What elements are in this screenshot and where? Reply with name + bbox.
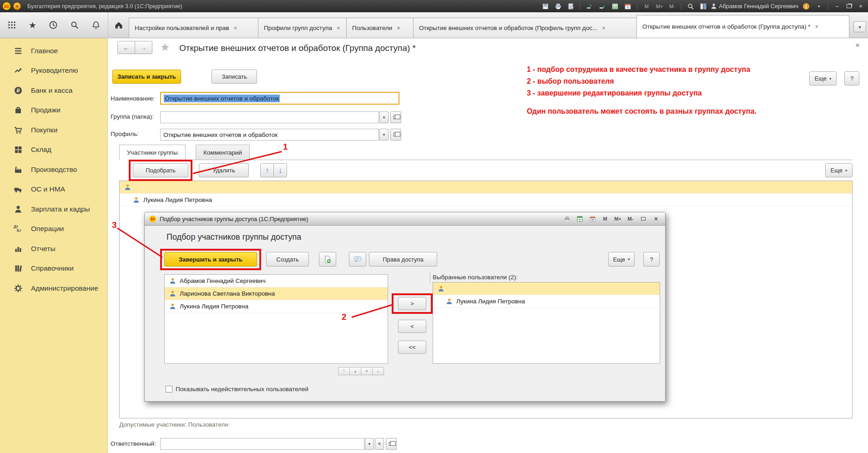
menu-grid-icon[interactable] [7,20,16,30]
remove-all-users-button[interactable]: << [398,341,426,354]
selected-user-row[interactable]: Лукина Лидия Петровна [433,295,660,308]
tab-comment[interactable]: Комментарий [196,145,250,160]
info-dropdown-icon[interactable]: ▾ [814,2,824,10]
close-tab-icon[interactable]: × [815,23,818,30]
print-icon[interactable] [553,2,563,10]
profile-open-button[interactable] [390,129,401,141]
calendar-icon[interactable]: 31 [588,215,597,223]
close-tab-icon[interactable]: × [337,25,340,31]
selected-users-list[interactable]: Лукина Лидия Петровна [433,282,660,364]
tab-user-settings[interactable]: Настройки пользователей и прав × [129,18,258,38]
tab-profile-form[interactable]: Открытие внешних отчетов и обработок (Пр… [413,18,637,38]
sidebar-item-operations[interactable]: ДтКт Операции [0,219,107,239]
move-bottom-button[interactable]: ⤓ [372,367,384,375]
move-down-button[interactable]: ↓ [273,163,287,177]
zoom-icon[interactable] [686,2,696,10]
sidebar-item-reports[interactable]: Отчеты [0,239,107,259]
help-button-dialog[interactable]: ? [643,252,660,267]
sidebar-item-fixed-assets[interactable]: ОС и НМА [0,180,107,200]
print-preview-icon[interactable] [566,2,576,10]
responsible-dropdown-button[interactable]: ▾ [365,438,374,450]
move-top-button[interactable]: ⤒ [338,367,350,375]
save-button[interactable]: Записать [212,70,257,84]
forward-button[interactable]: → [135,41,152,54]
memory-m-minus-icon[interactable]: M- [626,215,635,223]
create-group-button[interactable] [319,252,336,267]
link-get-icon[interactable] [585,2,595,10]
close-form-icon[interactable]: × [855,41,860,50]
notifications-bell-icon[interactable] [91,20,101,30]
more-button-dialog[interactable]: Еще▾ [608,252,635,267]
sidebar-item-administration[interactable]: Администрирование [0,278,107,298]
split-view-icon[interactable] [698,2,708,10]
sidebar-item-purchases[interactable]: Покупки [0,120,107,140]
all-users-list[interactable]: Абрамов Геннадий Сергеевич Ларионова Све… [164,274,388,364]
member-row[interactable]: Лукина Лидия Петровна [120,194,852,206]
tab-access-profiles[interactable]: Профили групп доступа × [258,18,347,38]
help-button-top[interactable]: ? [844,71,859,86]
user-row[interactable]: Лукина Лидия Петровна [165,300,388,313]
calculator-icon[interactable] [610,2,620,10]
table-icon[interactable] [575,215,584,223]
close-window-button[interactable]: × [856,3,865,10]
sidebar-item-warehouse[interactable]: Склад [0,140,107,160]
calendar-icon[interactable]: 31 [623,2,633,10]
tab-list-dropdown-button[interactable]: ▾ [853,21,866,32]
sidebar-item-bank-cash[interactable]: ₽ Банк и касса [0,81,107,101]
create-button[interactable]: Создать [266,252,309,267]
back-button[interactable]: ← [117,41,135,54]
print-icon[interactable] [562,215,571,223]
restore-button[interactable] [844,4,853,8]
tab-access-group-form[interactable]: Открытие внешних отчетов и обработок (Гр… [636,15,849,38]
memory-m-minus-icon[interactable]: M- [667,2,677,10]
profile-input[interactable]: Открытие внешних отчетов и обработок [160,129,379,141]
sidebar-item-production[interactable]: Производство [0,160,107,180]
minimize-button[interactable]: – [833,3,842,10]
memory-m-plus-icon[interactable]: M+ [654,2,664,10]
sidebar-item-directories[interactable]: Справочники [0,259,107,279]
move-up-button[interactable]: ▲ [349,367,361,375]
close-tab-icon[interactable]: × [602,25,606,31]
current-user[interactable]: Абрамов Геннадий Сергеевич [711,3,798,10]
info-icon[interactable]: i [801,2,811,10]
close-dialog-button[interactable]: × [651,215,661,223]
sidebar-item-sales[interactable]: Продажи [0,101,107,121]
history-icon[interactable] [49,20,58,30]
memory-m-icon[interactable]: M [641,2,651,10]
sidebar-item-manager[interactable]: Руководителю [0,61,107,81]
selected-user-row-selected[interactable] [433,282,660,295]
favorites-star-icon[interactable]: ★ [29,20,36,30]
sidebar-item-main[interactable]: Главное [0,41,107,61]
tab-users[interactable]: Пользователи × [346,18,414,38]
restore-dialog-button[interactable] [639,215,648,223]
memory-m-icon[interactable]: M [601,215,610,223]
home-button[interactable] [108,12,129,38]
member-row-selected[interactable] [120,181,852,194]
user-row-selected[interactable]: Ларионова Светлана Викторовна [165,287,388,300]
group-dropdown-button[interactable]: ▾ [379,111,389,123]
save-icon[interactable] [540,2,550,10]
move-down-button[interactable]: ▼ [361,367,373,375]
memory-m-plus-icon[interactable]: M+ [613,215,622,223]
search-icon[interactable] [70,20,79,30]
main-menu-button[interactable]: ▾ [13,2,21,10]
close-tab-icon[interactable]: × [234,25,237,31]
remove-user-button[interactable]: < [398,320,426,333]
comment-button[interactable] [349,252,366,267]
profile-dropdown-button[interactable]: ▾ [379,129,389,141]
responsible-clear-button[interactable]: × [375,438,384,450]
favorite-star-icon[interactable]: ★ [160,41,170,54]
group-open-button[interactable] [390,111,401,123]
link-go-icon[interactable] [597,2,607,10]
name-input[interactable]: Открытие внешних отчетов и обработок [160,92,399,105]
tab-group-members[interactable]: Участники группы [119,145,186,160]
sidebar-item-payroll-hr[interactable]: Зарплата и кадры [0,199,107,219]
responsible-input[interactable] [160,438,364,450]
dialog-titlebar[interactable]: 1С Подбор участников группы доступа (1С:… [145,212,665,226]
responsible-open-button[interactable] [386,438,397,450]
access-rights-button[interactable]: Права доступа [369,252,437,267]
move-up-button[interactable]: ↑ [260,163,274,177]
group-input[interactable] [160,111,379,123]
user-row[interactable]: Абрамов Геннадий Сергеевич [165,275,388,287]
close-tab-icon[interactable]: × [397,25,400,31]
